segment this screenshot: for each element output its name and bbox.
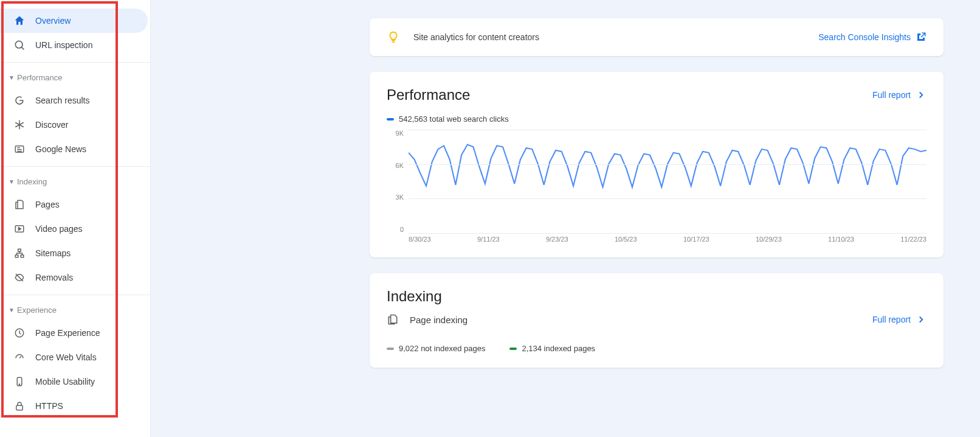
sidebar-item-label: Removals — [35, 273, 73, 282]
svg-rect-3 — [18, 249, 21, 251]
divider — [0, 166, 150, 167]
performance-chart: 9K6K3K0 8/30/239/11/239/23/2310/5/2310/1… — [387, 130, 927, 245]
video-icon — [13, 223, 26, 235]
performance-title: Performance — [387, 86, 470, 103]
sidebar-section-experience[interactable]: ▼Experience — [0, 299, 150, 321]
section-header-label: Experience — [17, 306, 57, 315]
x-tick: 11/22/23 — [900, 236, 927, 245]
sidebar-item-label: Video pages — [35, 224, 83, 234]
performance-full-report-link[interactable]: Full report — [872, 89, 927, 100]
sidebar-item-sitemaps[interactable]: Sitemaps — [0, 241, 148, 265]
indexing-card: Indexing Page indexing Full report 9,022… — [370, 273, 944, 368]
section-header-label: Performance — [17, 73, 62, 82]
indexed-swatch — [509, 348, 517, 350]
sidebar-item-page-experience[interactable]: Page Experience — [0, 321, 148, 345]
x-tick: 10/5/23 — [615, 236, 637, 245]
chevron-right-icon — [916, 314, 927, 325]
divider — [0, 62, 150, 63]
pages-icon — [387, 313, 399, 326]
divider — [0, 295, 150, 295]
insights-card: Site analytics for content creators Sear… — [370, 18, 944, 56]
pageexp-icon — [13, 327, 26, 339]
sidebar-item-label: Page Experience — [35, 328, 100, 338]
sidebar-item-url-inspection[interactable]: URL inspection — [0, 33, 148, 57]
sidebar-item-https[interactable]: HTTPS — [0, 394, 148, 418]
cwv-icon — [13, 351, 26, 363]
y-tick: 6K — [387, 162, 404, 169]
x-tick: 9/11/23 — [477, 236, 500, 245]
sidebar-item-label: Core Web Vitals — [35, 352, 97, 362]
sidebar-item-core-web-vitals[interactable]: Core Web Vitals — [0, 345, 148, 369]
page-indexing-label: Page indexing — [410, 315, 468, 325]
sidebar-item-discover[interactable]: Discover — [0, 113, 148, 137]
asterisk-icon — [13, 119, 26, 131]
main-content: Site analytics for content creators Sear… — [151, 0, 980, 437]
sidebar-item-pages[interactable]: Pages — [0, 192, 148, 217]
link-label: Search Console Insights — [818, 32, 911, 42]
external-link-icon — [916, 32, 927, 43]
not-indexed-text: 9,022 not indexed pages — [399, 344, 485, 353]
sidebar-item-label: Overview — [35, 16, 71, 26]
performance-legend: 542,563 total web search clicks — [387, 114, 927, 124]
indexing-legend: 9,022 not indexed pages 2,134 indexed pa… — [387, 344, 927, 353]
sidebar-section-indexing[interactable]: ▼Indexing — [0, 170, 150, 192]
lightbulb-icon — [387, 30, 400, 44]
section-header-label: Indexing — [17, 177, 47, 186]
y-tick: 9K — [387, 130, 404, 137]
removals-icon — [13, 271, 26, 284]
svg-rect-5 — [21, 255, 24, 257]
sitemap-icon — [13, 247, 26, 259]
y-tick: 3K — [387, 194, 404, 201]
x-tick: 11/10/23 — [828, 236, 854, 245]
pages-icon — [13, 198, 26, 211]
sidebar-item-video-pages[interactable]: Video pages — [0, 217, 148, 241]
sidebar-item-label: URL inspection — [35, 40, 92, 50]
mobile-icon — [13, 376, 26, 388]
indexing-title: Indexing — [387, 288, 927, 305]
svg-point-0 — [15, 41, 22, 48]
svg-point-8 — [19, 384, 20, 385]
chevron-right-icon — [916, 89, 927, 100]
chart-line — [409, 145, 927, 187]
sidebar-item-mobile-usability[interactable]: Mobile Usability — [0, 369, 148, 394]
sidebar-item-label: Discover — [35, 120, 68, 130]
G-icon — [13, 94, 26, 107]
x-tick: 10/29/23 — [756, 236, 782, 245]
not-indexed-swatch — [387, 348, 394, 350]
sidebar-item-label: Pages — [35, 200, 60, 209]
sidebar-item-label: Mobile Usability — [35, 377, 95, 386]
sidebar: OverviewURL inspection ▼PerformanceSearc… — [0, 0, 151, 437]
lock-icon — [13, 400, 26, 412]
x-tick: 9/23/23 — [546, 236, 568, 245]
x-tick: 8/30/23 — [409, 236, 431, 245]
indexing-full-report-link[interactable]: Full report — [872, 314, 927, 325]
search-console-insights-link[interactable]: Search Console Insights — [818, 32, 927, 43]
indexed-text: 2,134 indexed pages — [522, 344, 595, 353]
caret-down-icon: ▼ — [9, 307, 17, 313]
sidebar-item-label: Search results — [35, 96, 89, 105]
caret-down-icon: ▼ — [9, 74, 17, 81]
x-tick: 10/17/23 — [683, 236, 709, 245]
sidebar-item-label: HTTPS — [35, 401, 63, 411]
link-label: Full report — [872, 315, 911, 324]
sidebar-item-overview[interactable]: Overview — [0, 9, 148, 33]
performance-card: Performance Full report 542,563 total we… — [370, 72, 944, 257]
sidebar-item-label: Google News — [35, 144, 86, 154]
home-icon — [13, 15, 26, 27]
news-icon — [13, 143, 26, 155]
sidebar-item-search-results[interactable]: Search results — [0, 88, 148, 113]
caret-down-icon: ▼ — [9, 178, 17, 185]
legend-swatch — [387, 118, 394, 121]
insights-text: Site analytics for content creators — [413, 32, 539, 42]
y-tick: 0 — [387, 226, 404, 233]
link-label: Full report — [872, 90, 911, 100]
legend-text: 542,563 total web search clicks — [399, 114, 509, 124]
sidebar-section-performance[interactable]: ▼Performance — [0, 66, 150, 88]
svg-rect-4 — [15, 255, 18, 257]
sidebar-item-removals[interactable]: Removals — [0, 265, 148, 290]
sidebar-item-label: Sitemaps — [35, 248, 71, 258]
search-icon — [13, 39, 26, 51]
sidebar-item-google-news[interactable]: Google News — [0, 137, 148, 161]
svg-rect-9 — [16, 405, 23, 410]
